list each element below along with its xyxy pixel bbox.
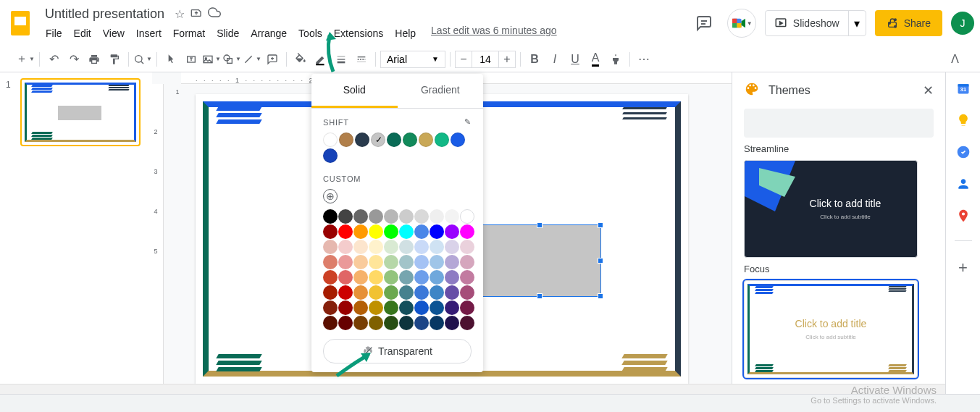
color-swatch[interactable]: [369, 300, 383, 315]
menu-extensions[interactable]: Extensions: [329, 25, 388, 42]
color-swatch[interactable]: [353, 209, 368, 224]
color-swatch[interactable]: [323, 224, 338, 239]
fill-color-button[interactable]: [291, 50, 310, 69]
theme-color-swatch[interactable]: [323, 133, 338, 147]
underline-button[interactable]: U: [566, 50, 585, 69]
color-swatch[interactable]: [369, 240, 383, 254]
color-swatch[interactable]: [445, 255, 459, 269]
new-slide-button[interactable]: ＋▼: [16, 50, 35, 69]
color-swatch[interactable]: [384, 316, 398, 330]
text-color-button[interactable]: A: [586, 50, 605, 69]
color-swatch[interactable]: [399, 240, 414, 254]
font-size-decrease[interactable]: −: [455, 51, 472, 68]
color-swatch[interactable]: [384, 270, 398, 285]
color-swatch[interactable]: [323, 255, 338, 269]
color-swatch[interactable]: [369, 224, 383, 239]
color-swatch[interactable]: [353, 285, 368, 300]
slideshow-dropdown[interactable]: ▾: [848, 11, 866, 35]
color-swatch[interactable]: [338, 255, 353, 269]
color-tab-gradient[interactable]: Gradient: [398, 74, 484, 108]
color-swatch[interactable]: [369, 285, 383, 300]
color-swatch[interactable]: [460, 224, 474, 239]
star-icon[interactable]: ☆: [175, 7, 185, 21]
share-button[interactable]: Share: [875, 10, 942, 36]
last-edit-link[interactable]: Last edit was 6 minutes ago: [431, 25, 557, 42]
color-swatch[interactable]: [353, 316, 368, 330]
color-swatch[interactable]: [460, 300, 474, 315]
selected-shape[interactable]: [478, 224, 601, 297]
color-swatch[interactable]: [323, 316, 338, 330]
color-swatch[interactable]: [338, 224, 353, 239]
themes-list[interactable]: Streamline Click to add title Click to a…: [732, 109, 945, 394]
color-swatch[interactable]: [384, 285, 398, 300]
color-swatch[interactable]: [399, 316, 414, 330]
app-logo[interactable]: [6, 9, 35, 38]
color-swatch[interactable]: [414, 224, 429, 239]
keep-addon-icon[interactable]: [956, 113, 971, 127]
theme-color-swatch[interactable]: [323, 148, 338, 163]
font-size-increase[interactable]: +: [498, 51, 516, 68]
select-tool[interactable]: [162, 50, 180, 69]
color-swatch[interactable]: [399, 255, 414, 269]
theme-streamline[interactable]: Click to add title Click to add subtitle: [744, 160, 918, 258]
border-weight-button[interactable]: [332, 50, 351, 69]
document-title[interactable]: Untitled presentation: [41, 5, 169, 23]
theme-color-swatch[interactable]: [435, 133, 449, 147]
color-swatch[interactable]: [369, 270, 383, 285]
theme-color-swatch[interactable]: [451, 133, 465, 147]
contacts-addon-icon[interactable]: [956, 177, 971, 191]
color-swatch[interactable]: [445, 240, 459, 254]
menu-format[interactable]: Format: [168, 25, 210, 42]
menu-file[interactable]: File: [41, 25, 67, 42]
undo-button[interactable]: ↶: [44, 50, 63, 69]
color-swatch[interactable]: [323, 240, 338, 254]
color-swatch[interactable]: [460, 255, 474, 269]
theme-color-swatch[interactable]: [355, 133, 369, 147]
color-swatch[interactable]: [338, 300, 353, 315]
highlight-button[interactable]: [606, 50, 625, 69]
italic-button[interactable]: I: [545, 50, 564, 69]
border-color-button[interactable]: [311, 50, 330, 69]
color-swatch[interactable]: [460, 316, 474, 330]
color-swatch[interactable]: [445, 209, 459, 224]
color-swatch[interactable]: [323, 209, 338, 224]
color-swatch[interactable]: [430, 285, 444, 300]
color-swatch[interactable]: [399, 300, 414, 315]
zoom-button[interactable]: ▼: [133, 50, 152, 69]
color-swatch[interactable]: [430, 255, 444, 269]
comment-tool[interactable]: [263, 50, 282, 69]
color-tab-solid[interactable]: Solid: [311, 74, 398, 108]
color-swatch[interactable]: [399, 224, 414, 239]
color-swatch[interactable]: [430, 209, 444, 224]
color-swatch[interactable]: [399, 209, 414, 224]
line-tool[interactable]: ▼: [243, 50, 261, 69]
horizontal-scrollbar[interactable]: [0, 384, 945, 394]
color-swatch[interactable]: [323, 285, 338, 300]
menu-edit[interactable]: Edit: [69, 25, 96, 42]
color-swatch[interactable]: [414, 316, 429, 330]
shape-tool[interactable]: ▼: [222, 50, 241, 69]
border-dash-button[interactable]: [352, 50, 371, 69]
theme-color-swatch[interactable]: [387, 133, 401, 147]
color-swatch[interactable]: [460, 270, 474, 285]
vertical-ruler[interactable]: [152, 84, 164, 394]
font-family-select[interactable]: Arial▼: [380, 51, 445, 68]
color-swatch[interactable]: [414, 285, 429, 300]
color-swatch[interactable]: [414, 255, 429, 269]
print-button[interactable]: [85, 50, 104, 69]
theme-color-swatch[interactable]: [371, 133, 385, 147]
maps-addon-icon[interactable]: [956, 209, 971, 223]
color-swatch[interactable]: [460, 285, 474, 300]
color-swatch[interactable]: [445, 316, 459, 330]
menu-tools[interactable]: Tools: [293, 25, 327, 42]
color-swatch[interactable]: [384, 224, 398, 239]
color-swatch[interactable]: [445, 300, 459, 315]
color-swatch[interactable]: [430, 240, 444, 254]
theme-focus[interactable]: Click to add title Click to add subtitle: [744, 280, 918, 378]
color-swatch[interactable]: [369, 255, 383, 269]
comments-icon[interactable]: [690, 9, 719, 38]
color-swatch[interactable]: [369, 316, 383, 330]
color-swatch[interactable]: [399, 270, 414, 285]
color-swatch[interactable]: [445, 285, 459, 300]
font-size-input[interactable]: [472, 51, 498, 68]
